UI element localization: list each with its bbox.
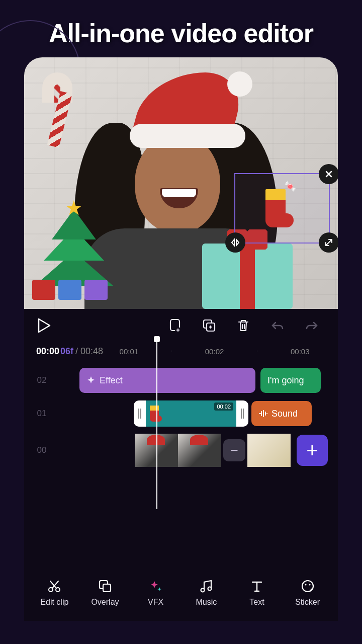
video-preview[interactable]: ★ 🍬 (24, 57, 338, 309)
text-icon (249, 579, 264, 594)
track-number: 00 (24, 445, 59, 455)
clip-duration-badge: 00:02 (214, 403, 233, 411)
editor-screen: ★ 🍬 (24, 57, 338, 621)
track-2[interactable]: 02 Effect I'm going (24, 366, 338, 394)
christmas-tree-sticker[interactable]: ★ (31, 194, 117, 300)
time-ruler[interactable]: 00:01 · 00:02 · 00:03 (103, 347, 326, 356)
playback-controls (24, 309, 338, 342)
tool-bar: Edit clip Overlay VFX Music Text (24, 570, 338, 621)
close-icon[interactable] (319, 164, 338, 184)
svg-rect-4 (138, 409, 139, 419)
track-1[interactable]: 01 00:02 Sound (24, 399, 338, 428)
redo-icon[interactable] (304, 317, 320, 334)
track-0[interactable]: 00 − + (24, 433, 338, 468)
add-clip-button[interactable]: + (297, 435, 328, 466)
candy-cane-sticker[interactable] (42, 72, 72, 148)
delete-icon[interactable] (235, 317, 251, 334)
track-number: 01 (24, 409, 59, 419)
svg-point-12 (201, 589, 205, 592)
text-tool[interactable]: Text (234, 579, 280, 607)
selected-sticker-bounds[interactable]: 🍬 (234, 173, 330, 244)
clip-trim-right[interactable] (236, 400, 248, 427)
sticker-icon (300, 579, 315, 594)
svg-rect-7 (243, 409, 244, 419)
clip-trim-left[interactable] (134, 400, 146, 427)
time-display: 00:00 06f / 00:48 00:01 · 00:02 · 00:03 (24, 342, 338, 360)
flip-horizontal-icon[interactable] (225, 232, 245, 253)
current-time: 00:00 (36, 346, 59, 357)
sticker-tool[interactable]: Sticker (285, 579, 330, 607)
svg-point-15 (305, 584, 306, 585)
svg-rect-5 (140, 409, 141, 419)
edit-clip-tool[interactable]: Edit clip (32, 579, 77, 607)
overlay-icon (98, 579, 113, 594)
transition-button[interactable]: − (223, 439, 245, 461)
play-button[interactable] (36, 317, 53, 334)
resize-icon[interactable] (319, 232, 338, 253)
svg-rect-6 (241, 409, 242, 419)
duplicate-icon[interactable] (201, 317, 217, 334)
svg-point-13 (208, 587, 212, 591)
video-thumb[interactable] (178, 434, 221, 467)
playhead[interactable] (156, 338, 157, 509)
current-frame: 06f (60, 346, 73, 357)
vfx-tool[interactable]: VFX (133, 579, 178, 607)
timeline[interactable]: 02 Effect I'm going 01 00:02 (24, 360, 338, 479)
text-clip[interactable]: I'm going (260, 368, 321, 393)
sparkle-icon (148, 579, 163, 594)
sound-clip[interactable]: Sound (251, 401, 312, 426)
add-to-icon[interactable] (167, 317, 183, 334)
effect-clip[interactable]: Effect (79, 368, 255, 393)
undo-icon[interactable] (269, 317, 286, 334)
music-tool[interactable]: Music (184, 579, 229, 607)
overlay-tool[interactable]: Overlay (82, 579, 128, 607)
scissors-icon (47, 579, 62, 594)
sticker-clip[interactable]: 00:02 (134, 400, 248, 427)
track-number: 02 (24, 375, 59, 385)
stocking-sticker[interactable]: 🍬 (265, 189, 294, 227)
svg-rect-11 (103, 584, 111, 592)
total-time: / 00:48 (75, 346, 103, 357)
music-icon (199, 579, 214, 594)
svg-point-16 (309, 584, 310, 585)
video-thumb[interactable] (247, 434, 291, 467)
